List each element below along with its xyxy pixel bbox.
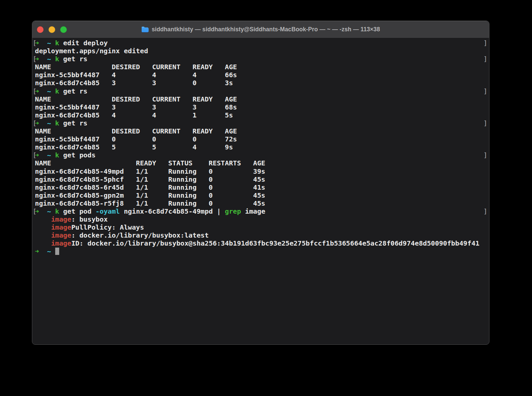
titlebar[interactable]: siddhantkhisty — siddhantkhisty@Siddhant… [32,21,489,38]
terminal-line-content: nginx-6c8d7c4b85 3 3 0 3s [32,79,233,87]
terminal-text-segment [35,231,51,239]
terminal-text-segment: NAME DESIRED CURRENT READY AGE [35,95,237,103]
terminal-text-segment: get rs [59,119,87,127]
terminal-line-content: nginx-5c5bbf4487 3 3 3 68s [32,103,237,111]
terminal-text-segment: NAME DESIRED CURRENT READY AGE [35,127,237,135]
terminal-text-segment [51,55,55,63]
terminal-line-content: ➜ ~ [32,247,59,255]
terminal-line: []➜ ~ k edit deploy [32,39,489,47]
prompt-mark-left: [ [33,55,37,63]
terminal-line: NAME DESIRED CURRENT READY AGE [32,63,489,71]
terminal-line-content: imagePullPolicy: Always [32,223,144,231]
terminal-line: NAME READY STATUS RESTARTS AGE [32,159,489,167]
terminal-line-content: imageID: docker.io/library/busybox@sha25… [32,239,479,247]
terminal-text-segment: nginx-5c5bbf4487 3 3 3 68s [35,103,237,111]
terminal-line-content: nginx-6c8d7c4b85-6r45d 1/1 Running 0 41s [32,183,265,191]
terminal-text-segment: get pods [59,151,95,159]
terminal-text-segment: k [55,119,59,127]
terminal-line: []➜ ~ k get pods [32,151,489,159]
terminal-text-segment: get rs [59,55,87,63]
prompt-mark-left: [ [33,207,37,215]
terminal-text-segment: k [55,39,59,47]
terminal-text-segment: : busybox [71,215,107,223]
terminal-line: []➜ ~ k get pod -oyaml nginx-6c8d7c4b85-… [32,207,489,215]
terminal-text-segment: ~ [47,247,51,255]
terminal-text-segment: NAME READY STATUS RESTARTS AGE [35,159,265,167]
terminal-line: nginx-6c8d7c4b85-6r45d 1/1 Running 0 41s [32,183,489,191]
terminal-text-segment: image [51,239,71,247]
terminal-text-segment: nginx-6c8d7c4b85-49mpd 1/1 Running 0 39s [35,167,265,175]
terminal-text-segment: nginx-6c8d7c4b85-6r45d 1/1 Running 0 41s [35,183,265,191]
terminal-text-segment [51,39,55,47]
terminal-line: nginx-6c8d7c4b85-gpn2m 1/1 Running 0 45s [32,191,489,199]
terminal-line: []➜ ~ k get rs [32,55,489,63]
terminal-text-segment [39,55,47,63]
terminal-text-segment: k [55,151,59,159]
terminal-text-segment: get rs [59,87,87,95]
terminal-text-segment: nginx-6c8d7c4b85-5phcf 1/1 Running 0 45s [35,175,265,183]
terminal-text-segment [39,207,47,215]
zoom-button[interactable] [60,26,67,33]
terminal-text-segment: k [55,87,59,95]
terminal-text-segment [51,151,55,159]
terminal-line: NAME DESIRED CURRENT READY AGE [32,95,489,103]
terminal-line-content: nginx-6c8d7c4b85-gpn2m 1/1 Running 0 45s [32,191,265,199]
terminal-line-content: nginx-5c5bbf4487 0 0 0 72s [32,135,237,143]
minimize-button[interactable] [49,26,55,33]
terminal-cursor [55,248,59,255]
terminal-line-content: ➜ ~ k get rs [32,55,87,63]
terminal-text-segment: NAME DESIRED CURRENT READY AGE [35,63,237,71]
terminal-line-content: ➜ ~ k get rs [32,119,87,127]
terminal-line: image: docker.io/library/busybox:latest [32,231,489,239]
terminal-text-segment: edit deploy [59,39,108,47]
terminal-text-segment: grep [225,207,241,215]
terminal-line: nginx-5c5bbf4487 0 0 0 72s [32,135,489,143]
terminal-line-content: deployment.apps/nginx edited [32,47,148,55]
terminal-line: deployment.apps/nginx edited [32,47,489,55]
terminal-line: imagePullPolicy: Always [32,223,489,231]
terminal-line: nginx-5c5bbf4487 3 3 3 68s [32,103,489,111]
window-title: siddhantkhisty — siddhantkhisty@Siddhant… [152,26,380,33]
terminal-line-content: ➜ ~ k get pods [32,151,95,159]
prompt-mark-left: [ [33,119,37,127]
terminal-text-segment: nginx-6c8d7c4b85 5 5 4 9s [35,143,233,151]
terminal-text-segment: nginx-6c8d7c4b85-gpn2m 1/1 Running 0 45s [35,191,265,199]
close-button[interactable] [37,26,44,33]
terminal-line: nginx-6c8d7c4b85 4 4 1 5s [32,111,489,119]
terminal-text-segment: image [51,223,71,231]
terminal-text-segment [39,39,47,47]
terminal-text-segment [51,87,55,95]
terminal-line-content: nginx-6c8d7c4b85-49mpd 1/1 Running 0 39s [32,167,265,175]
terminal-text-segment: : docker.io/library/busybox:latest [71,231,208,239]
prompt-mark-left: [ [33,39,37,47]
terminal-body[interactable]: []➜ ~ k edit deploydeployment.apps/nginx… [32,38,489,345]
terminal-text-segment: image [51,231,71,239]
terminal-line-content: ➜ ~ k get rs [32,87,87,95]
prompt-mark-right: ] [483,39,487,47]
terminal-line-content: nginx-5c5bbf4487 4 4 4 66s [32,71,237,79]
terminal-text-segment: ~ [47,207,51,215]
prompt-mark-right: ] [483,55,487,63]
terminal-text-segment: nginx-6c8d7c4b85-r5fj8 1/1 Running 0 45s [35,199,265,207]
terminal-text-segment: -oyaml [95,207,120,215]
terminal-line-content: nginx-6c8d7c4b85-5phcf 1/1 Running 0 45s [32,175,265,183]
terminal-text-segment: nginx-6c8d7c4b85 4 4 1 5s [35,111,233,119]
terminal-line-content: NAME DESIRED CURRENT READY AGE [32,127,237,135]
terminal-text-segment [39,151,47,159]
prompt-arrow-icon: ➜ [35,247,39,255]
terminal-line-content: nginx-6c8d7c4b85 4 4 1 5s [32,111,233,119]
terminal-text-segment: k [55,55,59,63]
terminal-line: nginx-6c8d7c4b85-49mpd 1/1 Running 0 39s [32,167,489,175]
terminal-text-segment [39,247,47,255]
title-wrap: siddhantkhisty — siddhantkhisty@Siddhant… [141,26,380,33]
terminal-line-content: nginx-6c8d7c4b85-r5fj8 1/1 Running 0 45s [32,199,265,207]
terminal-text-segment: nginx-5c5bbf4487 0 0 0 72s [35,135,237,143]
terminal-text-segment [39,119,47,127]
terminal-text-segment [51,207,55,215]
terminal-text-segment [39,87,47,95]
terminal-line: nginx-6c8d7c4b85-r5fj8 1/1 Running 0 45s [32,199,489,207]
terminal-window: siddhantkhisty — siddhantkhisty@Siddhant… [32,21,489,345]
terminal-text-segment [51,247,55,255]
prompt-mark-right: ] [483,207,487,215]
prompt-mark-right: ] [483,87,487,95]
